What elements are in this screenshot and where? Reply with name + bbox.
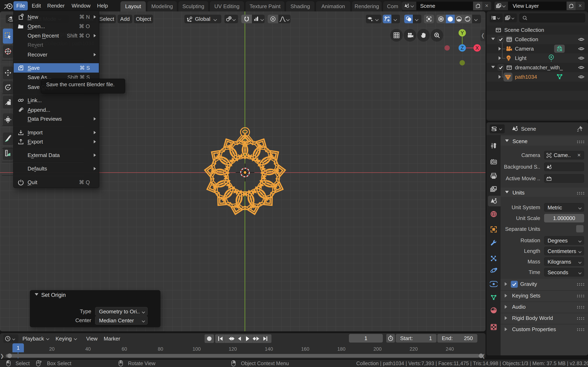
svg-text:Y: Y bbox=[461, 30, 464, 36]
svg-text:X: X bbox=[476, 45, 479, 51]
svg-text:Z: Z bbox=[461, 45, 464, 51]
